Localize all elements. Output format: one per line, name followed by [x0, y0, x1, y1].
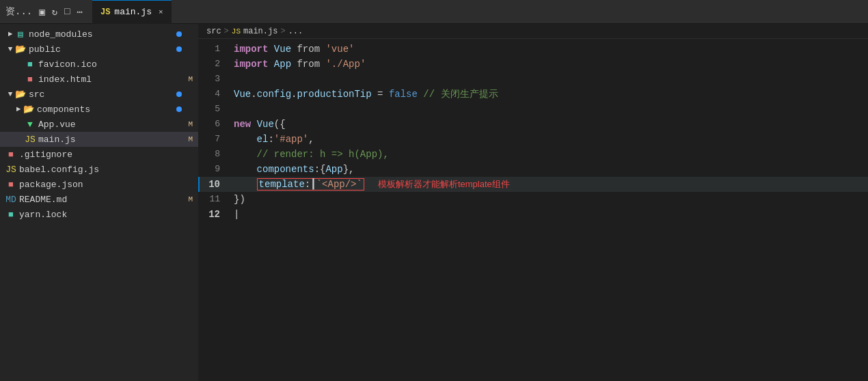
code-line-11: 11 }) [198, 192, 868, 207]
code-line-7: 7 el:'#app', [198, 132, 868, 147]
line-number-9: 9 [198, 162, 231, 177]
line-number-3: 3 [198, 72, 231, 87]
editor-panel: src > JS main.js > ... 1 import Vue from… [198, 24, 868, 381]
app-vue-label: App.vue [38, 119, 193, 130]
line-content-4: Vue.config.productionTip = false // 关闭生产… [231, 87, 868, 102]
sidebar-item-main-js[interactable]: JS main.js M [0, 132, 198, 147]
sidebar-item-public[interactable]: ▼ 📂 public [0, 42, 198, 57]
breadcrumb-sep-2: > [280, 27, 285, 36]
chevron-right-icon: ► [5, 30, 15, 38]
yarn-file-icon: ■ [5, 210, 16, 220]
index-html-label: index.html [38, 74, 193, 85]
package-json-file-icon: ■ [5, 180, 16, 190]
explorer-icon[interactable]: 资... [5, 5, 32, 18]
src-label: src [29, 89, 193, 100]
top-bar: 资... ▣ ↻ □ ⋯ JS main.js × [0, 0, 868, 24]
breadcrumb-ellipsis: ... [288, 27, 303, 36]
code-line-2: 2 import App from './App' [198, 57, 868, 72]
readme-file-icon: MD [5, 195, 16, 205]
line-content-9: components:{App}, [231, 162, 868, 177]
new-file-icon[interactable]: ▣ [39, 6, 44, 18]
code-line-3: 3 [198, 72, 868, 87]
line-number-7: 7 [198, 132, 231, 147]
index-html-badge: M [188, 75, 193, 83]
js-tab-icon: JS [100, 8, 110, 17]
src-dot [176, 91, 182, 97]
line-content-10: template:┃`<App/>`模板解析器才能解析template组件 [231, 177, 868, 192]
main-js-tab[interactable]: JS main.js × [92, 0, 172, 24]
line-content-12: | [231, 207, 868, 222]
code-line-4: 4 Vue.config.productionTip = false // 关闭… [198, 87, 868, 102]
sidebar-item-package-json[interactable]: ■ package.json [0, 177, 198, 192]
code-line-5: 5 [198, 102, 868, 117]
app-vue-file-icon: ▼ [25, 119, 36, 130]
main-js-badge: M [188, 135, 193, 143]
sidebar-item-components[interactable]: ► 📂 components [0, 102, 198, 117]
main-js-label: main.js [38, 135, 193, 145]
public-dot [176, 46, 182, 52]
breadcrumb-main-js: main.js [243, 27, 277, 36]
sidebar-item-yarn-lock[interactable]: ■ yarn.lock [0, 207, 198, 222]
line-number-2: 2 [198, 57, 231, 72]
components-folder-icon: 📂 [23, 104, 34, 115]
code-lines: 1 import Vue from 'vue' 2 import App fro… [198, 42, 868, 222]
gitignore-file-icon: ■ [5, 150, 16, 160]
favicon-label: favicon.ico [38, 59, 193, 70]
main-content: ► ▤ node_modules ▼ 📂 public ■ favicon.ic… [0, 24, 868, 381]
line-content-7: el:'#app', [231, 132, 868, 147]
tab-label: main.js [114, 7, 152, 17]
main-js-file-icon: JS [25, 135, 36, 145]
sidebar-item-app-vue[interactable]: ▼ App.vue M [0, 117, 198, 132]
code-line-6: 6 new Vue({ [198, 117, 868, 132]
line-content-8: // render: h => h(App), [231, 147, 868, 162]
src-folder-icon: 📂 [15, 89, 26, 100]
line-content-11: }) [231, 192, 868, 207]
code-line-9: 9 components:{App}, [198, 162, 868, 177]
code-line-8: 8 // render: h => h(App), [198, 147, 868, 162]
collapse-icon[interactable]: □ [64, 6, 70, 17]
top-bar-icons: 资... ▣ ↻ □ ⋯ [5, 5, 83, 18]
components-chevron-right-icon: ► [14, 105, 23, 113]
gitignore-label: .gitignore [19, 150, 193, 160]
breadcrumb: src > JS main.js > ... [198, 24, 868, 39]
components-label: components [37, 104, 193, 115]
line-content-2: import App from './App' [231, 57, 868, 72]
babel-file-icon: JS [5, 165, 16, 175]
line-content-5 [231, 102, 868, 117]
line-number-12: 12 [198, 207, 231, 222]
sidebar-item-readme[interactable]: MD README.md M [0, 192, 198, 207]
babel-label: babel.config.js [19, 165, 193, 175]
line-content-1: import Vue from 'vue' [231, 42, 868, 57]
code-line-10: 10 template:┃`<App/>`模板解析器才能解析template组件 [198, 177, 868, 192]
annotation-line10: 模板解析器才能解析template组件 [378, 179, 510, 189]
sidebar-item-babel[interactable]: JS babel.config.js [0, 162, 198, 177]
sidebar-item-gitignore[interactable]: ■ .gitignore [0, 147, 198, 162]
components-dot [176, 107, 182, 112]
code-line-1: 1 import Vue from 'vue' [198, 42, 868, 57]
breadcrumb-src: src [206, 27, 221, 36]
refresh-icon[interactable]: ↻ [52, 6, 57, 18]
tab-close-button[interactable]: × [159, 8, 163, 16]
line-number-5: 5 [198, 102, 231, 117]
more-icon[interactable]: ⋯ [77, 6, 83, 18]
code-line-12: 12 | [198, 207, 868, 222]
sidebar-item-index-html[interactable]: ■ index.html M [0, 72, 198, 87]
line-number-8: 8 [198, 147, 231, 162]
sidebar-item-node-modules[interactable]: ► ▤ node_modules [0, 27, 198, 42]
src-chevron-down-icon: ▼ [5, 90, 15, 98]
sidebar-item-favicon[interactable]: ■ favicon.ico [0, 57, 198, 72]
package-json-label: package.json [19, 180, 193, 190]
node-modules-label: node_modules [29, 29, 193, 40]
sidebar: ► ▤ node_modules ▼ 📂 public ■ favicon.ic… [0, 24, 198, 381]
readme-label: README.md [19, 195, 193, 205]
yarn-lock-label: yarn.lock [19, 210, 193, 220]
readme-badge: M [188, 195, 193, 203]
node-modules-dot [176, 31, 182, 37]
breadcrumb-sep-1: > [224, 27, 229, 36]
line-number-11: 11 [198, 192, 231, 207]
line-number-4: 4 [198, 87, 231, 102]
sidebar-item-src[interactable]: ▼ 📂 src [0, 87, 198, 102]
favicon-file-icon: ■ [25, 59, 36, 70]
active-line-indicator [198, 177, 200, 192]
code-editor[interactable]: 1 import Vue from 'vue' 2 import App fro… [198, 39, 868, 381]
